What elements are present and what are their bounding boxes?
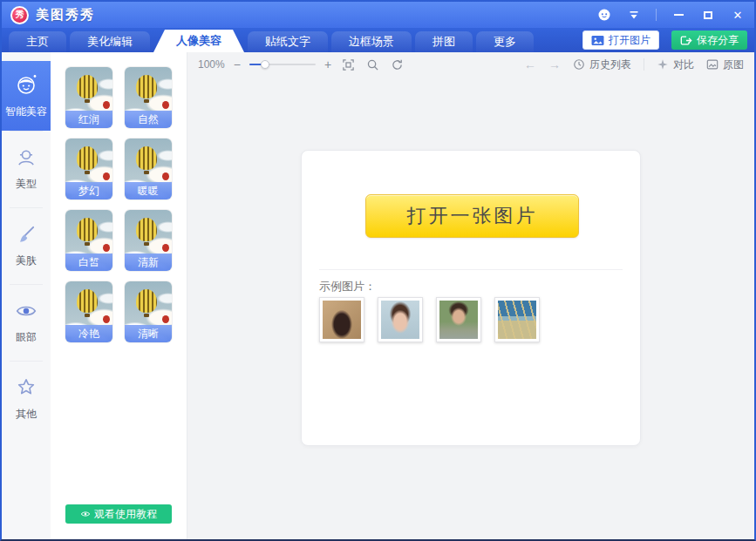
sample-image-1[interactable] (319, 297, 364, 342)
picture-outline-icon (706, 58, 719, 71)
canvas-toolbar: 100% − + ← → (187, 52, 754, 77)
star-icon (15, 376, 37, 399)
magnifier-icon[interactable] (364, 57, 380, 72)
open-one-image-button[interactable]: 打开一张图片 (365, 194, 579, 238)
sample-image-2[interactable] (378, 297, 423, 342)
redo-button[interactable]: → (548, 57, 561, 71)
samples-divider (319, 269, 623, 270)
close-button[interactable]: ✕ (730, 7, 746, 23)
tab-portrait-beauty[interactable]: 人像美容 (153, 30, 244, 52)
open-image-button[interactable]: 打开图片 (582, 30, 659, 50)
app-window: 秀 美图秀秀 ✕ 主页 美化编辑 人像美容 贴纸文字 边框场景 拼图 更多 打开… (0, 0, 756, 541)
rotate-refresh-icon[interactable] (389, 57, 405, 72)
face-shape-person-icon (15, 146, 37, 169)
sample-image-4[interactable] (494, 297, 540, 342)
sample-image-3[interactable] (436, 297, 481, 342)
portrait-child-green-bg-thumbnail (439, 301, 478, 339)
smart-beauty-face-icon (14, 72, 38, 97)
tab-beautify-edit[interactable]: 美化编辑 (70, 31, 150, 52)
app-logo-icon: 秀 (10, 6, 29, 24)
main-tabbar: 主页 美化编辑 人像美容 贴纸文字 边框场景 拼图 更多 打开图片 保存分享 (2, 28, 754, 52)
maximize-button[interactable] (700, 7, 716, 23)
titlebar-separator (656, 9, 657, 21)
titlebar: 秀 美图秀秀 ✕ (2, 2, 754, 28)
zoom-slider[interactable] (249, 59, 316, 70)
canvas-area: 100% − + ← → (187, 52, 754, 539)
tab-border-scene[interactable]: 边框场景 (331, 31, 412, 52)
picture-icon (591, 35, 604, 46)
fit-to-screen-icon[interactable] (340, 57, 356, 72)
clock-icon (573, 58, 585, 71)
sidebar-item-other[interactable]: 其他 (2, 361, 51, 437)
filter-thumb-nuannuan[interactable]: 暖暖 (125, 139, 172, 199)
tab-more[interactable]: 更多 (476, 31, 534, 52)
samples-label: 示例图片： (319, 279, 376, 294)
filter-thumb-ziran[interactable]: 自然 (125, 67, 172, 128)
sample-images-row (319, 297, 540, 342)
sidebar-item-face-shape[interactable]: 美型 (2, 131, 51, 207)
minimize-button[interactable] (671, 7, 686, 23)
filter-thumb-qingxin[interactable]: 清新 (125, 210, 172, 271)
sidebar-item-eyes[interactable]: 眼部 (2, 284, 51, 361)
filter-thumb-baixi[interactable]: 白皙 (65, 210, 112, 271)
open-image-card: 打开一张图片 示例图片： (301, 150, 641, 446)
filter-thumb-hongrun[interactable]: 红润 (65, 67, 112, 128)
tab-home[interactable]: 主页 (9, 31, 66, 52)
eye-icon (15, 300, 37, 322)
zoom-in-button[interactable]: + (324, 57, 331, 71)
filter-thumb-lengyan[interactable]: 冷艳 (65, 281, 112, 342)
tab-sticker-text[interactable]: 贴纸文字 (248, 31, 328, 52)
filter-grid: 红润 自然 梦幻 暖暖 白皙 (65, 67, 187, 342)
zoom-level: 100% (198, 58, 225, 71)
sidebar-item-skin[interactable]: 美肤 (2, 207, 51, 284)
filter-panel: 红润 自然 梦幻 暖暖 白皙 (51, 52, 187, 539)
original-image-button[interactable]: 原图 (706, 57, 744, 72)
zoom-out-button[interactable]: − (234, 57, 241, 71)
sparkle-icon (657, 58, 669, 71)
export-share-icon (680, 35, 692, 46)
filter-thumb-qingxi[interactable]: 清晰 (125, 281, 172, 342)
app-title: 美图秀秀 (36, 7, 95, 24)
portrait-woman-long-hair-thumbnail (323, 301, 361, 339)
compare-button[interactable]: 对比 (657, 57, 694, 72)
history-list-button[interactable]: 历史列表 (573, 57, 631, 72)
eye-icon (80, 509, 91, 519)
tab-collage[interactable]: 拼图 (415, 31, 473, 52)
zoom-slider-handle[interactable] (261, 60, 269, 69)
beach-grass-scene-thumbnail (498, 301, 536, 339)
undo-button[interactable]: ← (524, 57, 536, 71)
toolbar-separator (644, 58, 644, 71)
canvas-workspace: 打开一张图片 示例图片： (187, 77, 754, 539)
sidebar-item-smart-beauty[interactable]: 智能美容 (2, 61, 51, 131)
feedback-message-icon[interactable] (596, 7, 612, 23)
portrait-woman-blue-bg-thumbnail (381, 301, 419, 339)
menu-dropdown-icon[interactable] (626, 7, 642, 23)
skin-brush-icon (15, 223, 37, 246)
filter-thumb-menghuan[interactable]: 梦幻 (65, 139, 112, 199)
watch-tutorial-button[interactable]: 观看使用教程 (65, 504, 172, 524)
beauty-sidebar: 智能美容 美型 美肤 眼部 (2, 52, 51, 539)
save-share-button[interactable]: 保存分享 (671, 30, 747, 50)
